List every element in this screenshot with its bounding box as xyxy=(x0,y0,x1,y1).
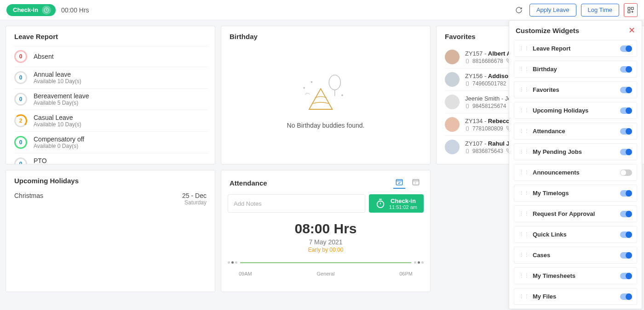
leave-count-badge: 2 xyxy=(14,114,27,127)
avatar xyxy=(445,117,460,132)
avatar xyxy=(445,72,460,87)
leave-report-list[interactable]: 0 Absent 0 Annual leave Available 10 Day… xyxy=(6,46,215,164)
leave-availability: Available 5 Day(s) xyxy=(34,100,89,106)
leave-availability: Available 0 Day(s) xyxy=(34,143,84,149)
toggle-switch[interactable] xyxy=(620,293,632,300)
drag-handle-icon[interactable]: ⋮⋮ xyxy=(519,149,529,154)
leave-item[interactable]: 0 Absent xyxy=(14,46,208,67)
leave-count-badge: 0 xyxy=(14,158,27,164)
leave-item[interactable]: 0 Compensatory off Available 0 Day(s) xyxy=(14,132,208,153)
log-time-button[interactable]: Log Time xyxy=(581,4,619,17)
attendance-title: Attendance xyxy=(230,179,267,187)
customize-widget-item: ⋮⋮ My Timelogs xyxy=(514,185,637,202)
apply-leave-button[interactable]: Apply Leave xyxy=(529,4,576,17)
customize-widget-item: ⋮⋮ My Timesheets xyxy=(514,267,637,284)
toggle-switch[interactable] xyxy=(620,252,632,259)
leave-item[interactable]: 0 Annual leave Available 10 Day(s) xyxy=(14,67,208,89)
attendance-checkin-button[interactable]: Check-in 11:51:02 am xyxy=(369,194,424,213)
mobile-icon xyxy=(465,126,470,131)
toggle-switch[interactable] xyxy=(620,190,632,197)
checkin-label: Check-in xyxy=(13,6,38,13)
customize-widget-item: ⋮⋮ Announcements xyxy=(514,164,637,181)
checkin-button[interactable]: Check-in xyxy=(6,4,56,16)
toggle-switch[interactable] xyxy=(620,169,632,176)
stopwatch-icon xyxy=(375,198,385,209)
close-icon[interactable]: ✕ xyxy=(628,26,635,34)
customize-widget-label: My Timesheets xyxy=(533,272,616,279)
toggle-switch[interactable] xyxy=(620,87,632,93)
drag-handle-icon[interactable]: ⋮⋮ xyxy=(519,294,529,299)
leave-item[interactable]: 0 Bereavement leave Available 5 Day(s) xyxy=(14,89,208,110)
avatar xyxy=(445,95,460,109)
leave-availability: Available 10 Day(s) xyxy=(34,121,81,128)
customize-widget-label: Announcements xyxy=(533,169,616,176)
drag-handle-icon[interactable]: ⋮⋮ xyxy=(519,87,529,92)
svg-rect-13 xyxy=(396,180,402,185)
leave-item[interactable]: 0 PTO Available 6 Hour(s) xyxy=(14,153,208,164)
drag-handle-icon[interactable]: ⋮⋮ xyxy=(519,273,529,278)
attendance-notes-input[interactable] xyxy=(228,194,365,213)
toggle-switch[interactable] xyxy=(620,273,632,279)
svg-rect-9 xyxy=(466,81,469,85)
svg-rect-2 xyxy=(631,7,633,10)
leave-name: Annual leave xyxy=(34,71,81,78)
drag-handle-icon[interactable]: ⋮⋮ xyxy=(519,253,529,258)
customize-widget-label: Birthday xyxy=(533,66,616,73)
customize-widget-item: ⋮⋮ My Pending Jobs xyxy=(514,143,637,160)
upcoming-holidays-widget: Upcoming Holidays Christmas 25 - Dec Sat… xyxy=(6,170,215,292)
drag-handle-icon[interactable]: ⋮⋮ xyxy=(519,108,529,113)
attendance-shift-label: General xyxy=(316,271,334,276)
leave-name: PTO xyxy=(34,157,80,164)
leave-report-widget: Leave Report 0 Absent 0 Annual leave Ava… xyxy=(6,26,215,164)
customize-widget-item: ⋮⋮ Favorites xyxy=(514,81,637,98)
leave-name: Absent xyxy=(34,53,54,60)
toggle-switch[interactable] xyxy=(620,128,632,135)
drag-handle-icon[interactable]: ⋮⋮ xyxy=(519,191,529,196)
attendance-end-label: 06PM xyxy=(399,271,413,276)
leave-name: Casual Leave xyxy=(34,114,81,121)
svg-rect-10 xyxy=(466,104,469,107)
drag-handle-icon[interactable]: ⋮⋮ xyxy=(519,46,529,51)
holiday-date: 25 - Dec xyxy=(182,192,207,199)
attendance-checkin-time: 11:51:02 am xyxy=(389,204,417,210)
drag-handle-icon[interactable]: ⋮⋮ xyxy=(519,211,529,216)
attendance-day-tab[interactable] xyxy=(393,177,405,189)
mobile-icon xyxy=(465,103,470,109)
svg-rect-12 xyxy=(466,149,469,152)
svg-point-5 xyxy=(303,87,305,89)
customize-widget-label: Cases xyxy=(533,252,616,259)
drag-handle-icon[interactable]: ⋮⋮ xyxy=(519,170,529,175)
toggle-switch[interactable] xyxy=(620,107,632,114)
customize-widget-label: Attendance xyxy=(533,128,616,135)
customize-widget-label: My Files xyxy=(533,293,616,300)
customize-widget-item: ⋮⋮ Cases xyxy=(514,247,637,264)
svg-point-7 xyxy=(341,95,343,96)
svg-rect-8 xyxy=(466,59,469,62)
customize-widgets-button[interactable] xyxy=(624,3,638,17)
refresh-button[interactable] xyxy=(513,4,525,16)
toggle-switch[interactable] xyxy=(620,231,632,238)
drag-handle-icon[interactable]: ⋮⋮ xyxy=(519,129,529,134)
leave-item[interactable]: 2 Casual Leave Available 10 Day(s) xyxy=(14,110,208,132)
attendance-checkin-label: Check-in xyxy=(391,197,416,204)
toggle-switch[interactable] xyxy=(620,211,632,217)
toggle-switch[interactable] xyxy=(620,66,632,73)
toggle-switch[interactable] xyxy=(620,45,632,52)
avatar xyxy=(445,140,460,154)
holidays-title: Upcoming Holidays xyxy=(6,170,215,190)
hours-text: 00:00 Hrs xyxy=(61,6,89,14)
drag-handle-icon[interactable]: ⋮⋮ xyxy=(519,67,529,72)
customize-widget-item: ⋮⋮ Birthday xyxy=(514,61,637,78)
top-bar: Check-in 00:00 Hrs Apply Leave Log Time xyxy=(0,0,644,20)
customize-widget-item: ⋮⋮ Attendance xyxy=(514,123,637,140)
attendance-week-tab[interactable]: 7 xyxy=(410,177,422,189)
holiday-row: Christmas 25 - Dec Saturday xyxy=(6,190,215,208)
mobile-icon xyxy=(465,148,470,154)
drag-handle-icon[interactable]: ⋮⋮ xyxy=(519,232,529,237)
customize-widgets-list[interactable]: ⋮⋮ Leave Report ⋮⋮ Birthday ⋮⋮ Favorites… xyxy=(509,40,642,309)
svg-rect-1 xyxy=(628,7,630,10)
birthday-title: Birthday xyxy=(221,26,430,46)
toggle-switch[interactable] xyxy=(620,149,632,155)
svg-rect-11 xyxy=(466,126,469,130)
customize-widget-label: Request For Approval xyxy=(533,210,616,217)
